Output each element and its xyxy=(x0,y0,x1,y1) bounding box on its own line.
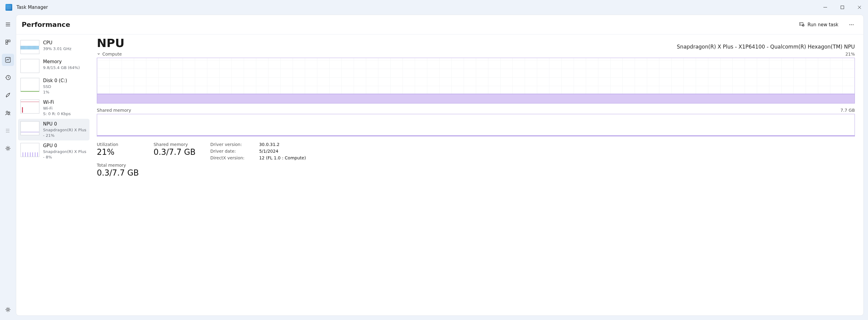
run-task-icon xyxy=(799,21,804,28)
svg-rect-10 xyxy=(800,22,803,25)
more-options-button[interactable] xyxy=(845,19,858,31)
svg-point-12 xyxy=(849,24,850,25)
sidebar-item-cpu[interactable]: CPU 39% 3.01 GHz xyxy=(18,37,90,57)
page-header: Performance Run new task xyxy=(16,15,863,34)
chevron-down-icon[interactable] xyxy=(97,52,100,57)
sharedmem-chart-section: Shared memory 7.7 GB xyxy=(97,108,855,136)
svg-point-13 xyxy=(851,24,852,25)
cpu-thumb xyxy=(21,40,39,54)
detail-description: Snapdragon(R) X Plus - X1P64100 - Qualco… xyxy=(677,44,855,50)
compute-chart-label: Compute xyxy=(102,52,122,57)
history-icon[interactable] xyxy=(2,71,14,84)
sidebar-item-label: Memory xyxy=(43,59,80,64)
sidebar-item-label: CPU xyxy=(43,40,71,45)
svg-rect-0 xyxy=(841,6,844,9)
main-card: Performance Run new task xyxy=(16,15,864,316)
svg-point-9 xyxy=(7,309,9,311)
settings-icon[interactable] xyxy=(2,303,14,316)
memory-thumb xyxy=(21,59,39,73)
sharedmem-chart[interactable] xyxy=(97,114,855,136)
sidebar-item-wifi[interactable]: Wi-Fi Wi-Fi S: 0 R: 0 Kbps xyxy=(18,97,90,119)
close-button[interactable] xyxy=(851,0,868,15)
titlebar: Task Manager xyxy=(0,0,868,15)
sidebar-item-sub: SSD 1% xyxy=(43,84,67,95)
svg-point-6 xyxy=(6,111,8,113)
sidebar-item-label: Wi-Fi xyxy=(43,100,71,105)
hamburger-icon[interactable] xyxy=(2,18,14,31)
gpu-thumb xyxy=(21,143,39,157)
sidebar-item-disk[interactable]: Disk 0 (C:) SSD 1% xyxy=(18,75,90,97)
detail-pane: NPU Snapdragon(R) X Plus - X1P64100 - Qu… xyxy=(91,34,863,315)
sidebar-item-label: NPU 0 xyxy=(43,121,87,127)
users-icon[interactable] xyxy=(2,107,14,119)
sidebar-item-sub: Snapdragon(R) X Plus - 8% xyxy=(43,149,87,160)
sidebar-item-label: Disk 0 (C:) xyxy=(43,78,67,83)
services-icon[interactable] xyxy=(2,142,14,155)
svg-point-8 xyxy=(7,148,9,149)
sidebar-item-gpu[interactable]: GPU 0 Snapdragon(R) X Plus - 8% xyxy=(18,140,90,162)
stat-shared-memory: Shared memory 0.3/7.7 GB xyxy=(154,142,196,157)
app-icon xyxy=(5,4,12,11)
stat-utilization: Utilization 21% xyxy=(97,142,139,157)
stats-row: Utilization 21% Total memory 0.3/7.7 GB … xyxy=(97,142,855,178)
driver-info-table: Driver version: 30.0.31.2 Driver date: 5… xyxy=(210,142,306,160)
svg-rect-3 xyxy=(6,42,8,44)
npu-thumb xyxy=(21,121,39,135)
sidebar-item-memory[interactable]: Memory 9.8/15.4 GB (64%) xyxy=(18,57,90,75)
compute-chart[interactable] xyxy=(97,58,855,103)
svg-point-14 xyxy=(853,24,854,25)
run-new-task-button[interactable]: Run new task xyxy=(795,19,843,31)
app-title: Task Manager xyxy=(17,5,48,10)
detail-title: NPU xyxy=(97,36,125,50)
minimize-button[interactable] xyxy=(817,0,834,15)
details-icon[interactable] xyxy=(2,125,14,137)
compute-chart-section: Compute 21% xyxy=(97,52,855,103)
startup-icon[interactable] xyxy=(2,89,14,101)
sidebar-item-npu[interactable]: NPU 0 Snapdragon(R) X Plus - 21% xyxy=(18,119,90,140)
sidebar-item-label: GPU 0 xyxy=(43,143,87,149)
svg-rect-1 xyxy=(6,40,8,42)
wifi-thumb xyxy=(21,100,39,114)
sidebar-item-sub: Snapdragon(R) X Plus - 21% xyxy=(43,127,87,138)
svg-rect-2 xyxy=(8,40,10,42)
window-controls xyxy=(817,0,868,15)
page-title: Performance xyxy=(22,21,70,28)
sharedmem-chart-label: Shared memory xyxy=(97,108,131,113)
sidebar-item-sub: Wi-Fi S: 0 R: 0 Kbps xyxy=(43,106,71,116)
sidebar-item-sub: 39% 3.01 GHz xyxy=(43,46,71,52)
sharedmem-chart-scale: 7.7 GB xyxy=(840,108,855,113)
compute-chart-scale: 21% xyxy=(845,52,855,57)
run-task-label: Run new task xyxy=(808,22,838,28)
resource-list: CPU 39% 3.01 GHz Memory 9.8/15.4 GB (64%… xyxy=(16,34,91,315)
nav-rail xyxy=(0,15,16,320)
maximize-button[interactable] xyxy=(834,0,851,15)
disk-thumb xyxy=(21,78,39,92)
svg-point-7 xyxy=(8,112,10,114)
performance-icon[interactable] xyxy=(2,54,14,66)
sidebar-item-sub: 9.8/15.4 GB (64%) xyxy=(43,65,80,70)
processes-icon[interactable] xyxy=(2,36,14,48)
stat-total-memory: Total memory 0.3/7.7 GB xyxy=(97,163,139,178)
